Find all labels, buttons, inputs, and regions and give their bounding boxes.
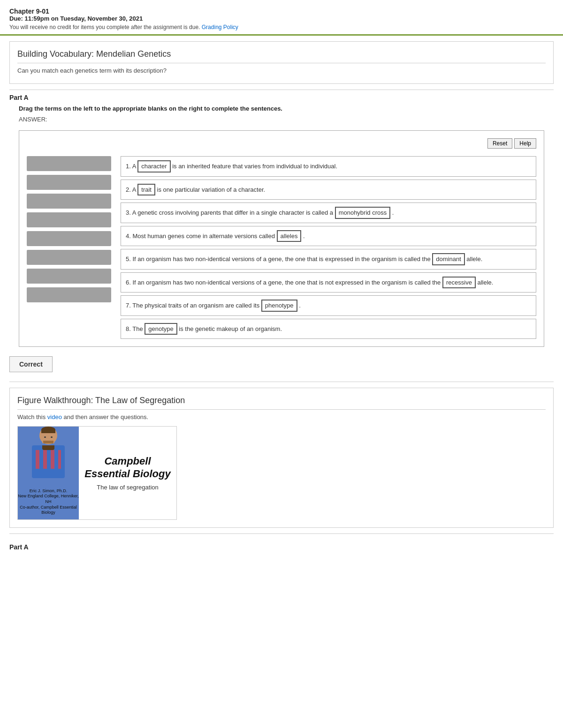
- thumbnail-left: Eric J. Simon, Ph.D. New England College…: [18, 427, 79, 519]
- person-body: [32, 445, 65, 478]
- instructions: Drag the terms on the left to the approp…: [0, 103, 563, 114]
- bottom-part-label: Part A: [9, 543, 554, 551]
- term-recessive[interactable]: recessive: [442, 277, 476, 289]
- term-block-3[interactable]: [27, 194, 111, 209]
- reset-button[interactable]: Reset: [487, 138, 512, 149]
- thumb-caption: Eric J. Simon, Ph.D. New England College…: [18, 488, 79, 516]
- video-subtitle: The law of segregation: [97, 484, 159, 491]
- help-button[interactable]: Help: [514, 138, 536, 149]
- figure-panel: Figure Walkthrough: The Law of Segregati…: [9, 388, 554, 528]
- grading-policy-link[interactable]: Grading Policy: [202, 24, 238, 30]
- sentence-4: 4. Most human genes come in alternate ve…: [121, 226, 536, 247]
- person-head: [39, 427, 57, 444]
- term-block-8[interactable]: [27, 287, 111, 302]
- term-trait[interactable]: trait: [137, 184, 155, 196]
- correct-divider: [9, 382, 554, 382]
- bottom-divider: [9, 533, 554, 534]
- sentence-3: 3. A genetic cross involving parents tha…: [121, 203, 536, 223]
- right-sentences: 1. A character is an inherited feature t…: [121, 156, 536, 339]
- due-date: Due: 11:59pm on Tuesday, November 30, 20…: [9, 15, 554, 22]
- video-thumbnail[interactable]: Eric J. Simon, Ph.D. New England College…: [17, 426, 177, 520]
- top-divider: [0, 34, 563, 36]
- term-dominant[interactable]: dominant: [432, 253, 464, 265]
- credit-notice: You will receive no credit for items you…: [9, 24, 554, 30]
- left-terms: [27, 156, 111, 339]
- sentence-2: 2. A trait is one particular variation o…: [121, 180, 536, 200]
- sentence-1: 1. A character is an inherited feature t…: [121, 156, 536, 177]
- person-figure: [30, 427, 67, 487]
- thumbnail-right: Campbell Essential Biology The law of se…: [79, 427, 176, 519]
- vocabulary-panel: Building Vocabulary: Mendelian Genetics …: [9, 41, 554, 84]
- correct-button[interactable]: Correct: [9, 356, 53, 372]
- chapter-title: Chapter 9-01: [9, 8, 554, 15]
- term-block-6[interactable]: [27, 250, 111, 265]
- term-block-2[interactable]: [27, 175, 111, 190]
- sentence-8: 8. The genotype is the genetic makeup of…: [121, 319, 536, 339]
- term-genotype[interactable]: genotype: [145, 323, 177, 335]
- term-block-5[interactable]: [27, 231, 111, 246]
- header: Chapter 9-01 Due: 11:59pm on Tuesday, No…: [0, 0, 563, 34]
- drag-header: Reset Help: [27, 138, 536, 149]
- term-character[interactable]: character: [137, 160, 170, 173]
- video-link[interactable]: video: [47, 413, 62, 420]
- answer-label: ANSWER:: [0, 114, 563, 127]
- figure-divider: [17, 409, 546, 410]
- sentence-7: 7. The physical traits of an organism ar…: [121, 295, 536, 316]
- vocabulary-title: Building Vocabulary: Mendelian Genetics: [17, 49, 546, 59]
- term-block-1[interactable]: [27, 156, 111, 171]
- term-block-4[interactable]: [27, 212, 111, 227]
- part-a-label: Part A: [0, 90, 563, 103]
- brand-text: Campbell Essential Biology: [84, 455, 170, 480]
- vocab-divider: [17, 63, 546, 63]
- term-block-7[interactable]: [27, 269, 111, 284]
- sentence-5: 5. If an organism has two non-identical …: [121, 249, 536, 270]
- drag-drop-area: Reset Help 1. A character is an inherite…: [19, 130, 544, 347]
- term-alleles[interactable]: alleles: [277, 230, 302, 242]
- bottom-section: Part A: [0, 538, 563, 556]
- term-phenotype[interactable]: phenotype: [261, 300, 297, 312]
- figure-description: Watch this video and then answer the que…: [17, 413, 546, 420]
- term-monohybrid-cross[interactable]: monohybrid cross: [335, 207, 391, 219]
- drag-content: 1. A character is an inherited feature t…: [27, 156, 536, 339]
- figure-title: Figure Walkthrough: The Law of Segregati…: [17, 396, 546, 405]
- vocabulary-subtitle: Can you match each genetics term with it…: [17, 67, 546, 74]
- sentence-6: 6. If an organism has two non-identical …: [121, 272, 536, 293]
